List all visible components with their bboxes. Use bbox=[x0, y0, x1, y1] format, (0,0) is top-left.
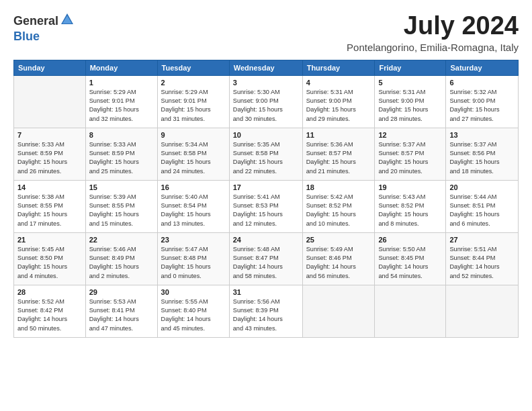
logo-general: General bbox=[13, 14, 58, 28]
day-cell: 20Sunrise: 5:44 AM Sunset: 8:51 PM Dayli… bbox=[446, 180, 519, 232]
day-number: 23 bbox=[161, 236, 226, 244]
col-sunday: Sunday bbox=[14, 60, 86, 75]
day-number: 2 bbox=[161, 79, 226, 87]
day-detail: Sunrise: 5:44 AM Sunset: 8:51 PM Dayligh… bbox=[449, 193, 515, 228]
day-cell: 28Sunrise: 5:52 AM Sunset: 8:42 PM Dayli… bbox=[14, 285, 86, 337]
day-cell: 14Sunrise: 5:38 AM Sunset: 8:55 PM Dayli… bbox=[14, 180, 86, 232]
header: General Blue July 2024 Pontelangorino, E… bbox=[13, 12, 519, 53]
day-number: 9 bbox=[161, 131, 226, 139]
day-detail: Sunrise: 5:51 AM Sunset: 8:44 PM Dayligh… bbox=[449, 245, 515, 281]
day-cell: 1Sunrise: 5:29 AM Sunset: 9:01 PM Daylig… bbox=[85, 75, 157, 128]
day-cell: 10Sunrise: 5:35 AM Sunset: 8:58 PM Dayli… bbox=[229, 128, 302, 180]
day-cell: 15Sunrise: 5:39 AM Sunset: 8:55 PM Dayli… bbox=[85, 180, 157, 232]
day-detail: Sunrise: 5:35 AM Sunset: 8:58 PM Dayligh… bbox=[233, 140, 299, 176]
day-detail: Sunrise: 5:33 AM Sunset: 8:59 PM Dayligh… bbox=[17, 140, 82, 176]
day-number: 17 bbox=[233, 183, 299, 191]
day-number: 28 bbox=[17, 288, 82, 296]
day-detail: Sunrise: 5:30 AM Sunset: 9:00 PM Dayligh… bbox=[233, 88, 299, 124]
day-detail: Sunrise: 5:45 AM Sunset: 8:50 PM Dayligh… bbox=[17, 245, 82, 281]
day-detail: Sunrise: 5:46 AM Sunset: 8:49 PM Dayligh… bbox=[89, 245, 154, 281]
page: General Blue July 2024 Pontelangorino, E… bbox=[0, 0, 532, 411]
day-number: 13 bbox=[449, 131, 515, 139]
col-tuesday: Tuesday bbox=[157, 60, 229, 75]
day-detail: Sunrise: 5:31 AM Sunset: 9:00 PM Dayligh… bbox=[378, 88, 442, 124]
day-cell: 8Sunrise: 5:33 AM Sunset: 8:59 PM Daylig… bbox=[85, 128, 157, 180]
day-number: 7 bbox=[17, 131, 82, 139]
day-number: 16 bbox=[161, 183, 226, 191]
month-title: July 2024 bbox=[347, 12, 519, 40]
day-cell: 7Sunrise: 5:33 AM Sunset: 8:59 PM Daylig… bbox=[14, 128, 86, 180]
day-detail: Sunrise: 5:36 AM Sunset: 8:57 PM Dayligh… bbox=[306, 140, 371, 176]
header-row: Sunday Monday Tuesday Wednesday Thursday… bbox=[14, 60, 519, 75]
day-cell: 24Sunrise: 5:48 AM Sunset: 8:47 PM Dayli… bbox=[229, 232, 302, 285]
day-number: 12 bbox=[378, 131, 442, 139]
logo-icon bbox=[60, 12, 75, 30]
day-detail: Sunrise: 5:42 AM Sunset: 8:52 PM Dayligh… bbox=[306, 193, 371, 228]
day-cell: 17Sunrise: 5:41 AM Sunset: 8:53 PM Dayli… bbox=[229, 180, 302, 232]
col-saturday: Saturday bbox=[446, 60, 519, 75]
day-detail: Sunrise: 5:52 AM Sunset: 8:42 PM Dayligh… bbox=[17, 298, 82, 333]
day-detail: Sunrise: 5:38 AM Sunset: 8:55 PM Dayligh… bbox=[17, 193, 82, 228]
day-cell bbox=[375, 285, 446, 337]
day-detail: Sunrise: 5:53 AM Sunset: 8:41 PM Dayligh… bbox=[89, 298, 154, 333]
day-cell bbox=[302, 285, 375, 337]
day-number: 30 bbox=[161, 288, 226, 296]
day-cell: 6Sunrise: 5:32 AM Sunset: 9:00 PM Daylig… bbox=[446, 75, 519, 128]
day-cell: 16Sunrise: 5:40 AM Sunset: 8:54 PM Dayli… bbox=[157, 180, 229, 232]
week-row-4: 21Sunrise: 5:45 AM Sunset: 8:50 PM Dayli… bbox=[14, 232, 519, 285]
day-number: 20 bbox=[449, 183, 515, 191]
day-cell: 13Sunrise: 5:37 AM Sunset: 8:56 PM Dayli… bbox=[446, 128, 519, 180]
logo: General Blue bbox=[13, 12, 75, 44]
day-number: 22 bbox=[89, 236, 154, 244]
day-cell: 9Sunrise: 5:34 AM Sunset: 8:58 PM Daylig… bbox=[157, 128, 229, 180]
day-detail: Sunrise: 5:34 AM Sunset: 8:58 PM Dayligh… bbox=[161, 140, 226, 176]
day-cell: 3Sunrise: 5:30 AM Sunset: 9:00 PM Daylig… bbox=[229, 75, 302, 128]
day-detail: Sunrise: 5:55 AM Sunset: 8:40 PM Dayligh… bbox=[161, 298, 226, 333]
day-cell: 27Sunrise: 5:51 AM Sunset: 8:44 PM Dayli… bbox=[446, 232, 519, 285]
col-thursday: Thursday bbox=[302, 60, 375, 75]
logo-blue: Blue bbox=[13, 30, 40, 44]
day-detail: Sunrise: 5:32 AM Sunset: 9:00 PM Dayligh… bbox=[449, 88, 515, 124]
day-number: 18 bbox=[306, 183, 371, 191]
day-number: 1 bbox=[89, 79, 154, 87]
day-cell: 2Sunrise: 5:29 AM Sunset: 9:01 PM Daylig… bbox=[157, 75, 229, 128]
day-number: 29 bbox=[89, 288, 154, 296]
subtitle: Pontelangorino, Emilia-Romagna, Italy bbox=[347, 42, 519, 53]
day-number: 11 bbox=[306, 131, 371, 139]
week-row-3: 14Sunrise: 5:38 AM Sunset: 8:55 PM Dayli… bbox=[14, 180, 519, 232]
col-wednesday: Wednesday bbox=[229, 60, 302, 75]
day-cell: 19Sunrise: 5:43 AM Sunset: 8:52 PM Dayli… bbox=[375, 180, 446, 232]
week-row-2: 7Sunrise: 5:33 AM Sunset: 8:59 PM Daylig… bbox=[14, 128, 519, 180]
day-cell: 30Sunrise: 5:55 AM Sunset: 8:40 PM Dayli… bbox=[157, 285, 229, 337]
day-number: 25 bbox=[306, 236, 371, 244]
day-detail: Sunrise: 5:49 AM Sunset: 8:46 PM Dayligh… bbox=[306, 245, 371, 281]
day-detail: Sunrise: 5:56 AM Sunset: 8:39 PM Dayligh… bbox=[233, 298, 299, 333]
day-cell: 21Sunrise: 5:45 AM Sunset: 8:50 PM Dayli… bbox=[14, 232, 86, 285]
col-friday: Friday bbox=[375, 60, 446, 75]
day-cell: 29Sunrise: 5:53 AM Sunset: 8:41 PM Dayli… bbox=[85, 285, 157, 337]
day-detail: Sunrise: 5:41 AM Sunset: 8:53 PM Dayligh… bbox=[233, 193, 299, 228]
day-detail: Sunrise: 5:50 AM Sunset: 8:45 PM Dayligh… bbox=[378, 245, 442, 281]
day-cell: 23Sunrise: 5:47 AM Sunset: 8:48 PM Dayli… bbox=[157, 232, 229, 285]
day-number: 6 bbox=[449, 79, 515, 87]
day-detail: Sunrise: 5:40 AM Sunset: 8:54 PM Dayligh… bbox=[161, 193, 226, 228]
day-detail: Sunrise: 5:47 AM Sunset: 8:48 PM Dayligh… bbox=[161, 245, 226, 281]
day-cell: 4Sunrise: 5:31 AM Sunset: 9:00 PM Daylig… bbox=[302, 75, 375, 128]
day-cell: 5Sunrise: 5:31 AM Sunset: 9:00 PM Daylig… bbox=[375, 75, 446, 128]
day-number: 15 bbox=[89, 183, 154, 191]
day-cell bbox=[446, 285, 519, 337]
day-cell bbox=[14, 75, 86, 128]
day-cell: 12Sunrise: 5:37 AM Sunset: 8:57 PM Dayli… bbox=[375, 128, 446, 180]
day-cell: 18Sunrise: 5:42 AM Sunset: 8:52 PM Dayli… bbox=[302, 180, 375, 232]
day-cell: 22Sunrise: 5:46 AM Sunset: 8:49 PM Dayli… bbox=[85, 232, 157, 285]
day-number: 14 bbox=[17, 183, 82, 191]
col-monday: Monday bbox=[85, 60, 157, 75]
day-number: 3 bbox=[233, 79, 299, 87]
day-number: 24 bbox=[233, 236, 299, 244]
day-number: 8 bbox=[89, 131, 154, 139]
day-number: 5 bbox=[378, 79, 442, 87]
day-detail: Sunrise: 5:48 AM Sunset: 8:47 PM Dayligh… bbox=[233, 245, 299, 281]
day-detail: Sunrise: 5:29 AM Sunset: 9:01 PM Dayligh… bbox=[89, 88, 154, 124]
day-number: 10 bbox=[233, 131, 299, 139]
day-cell: 31Sunrise: 5:56 AM Sunset: 8:39 PM Dayli… bbox=[229, 285, 302, 337]
